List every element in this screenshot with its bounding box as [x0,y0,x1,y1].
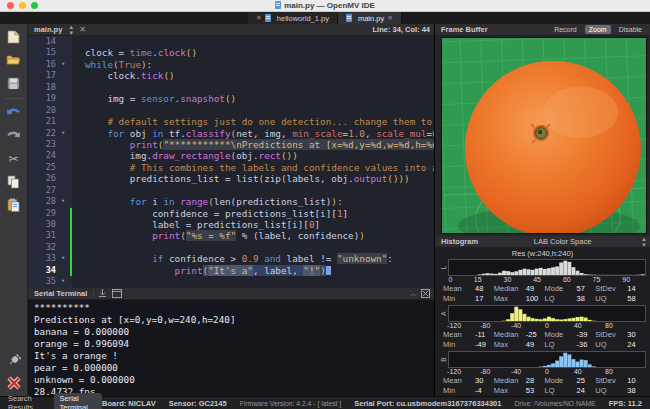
line-number-gutter[interactable]: 23 [28,139,72,150]
color-space-dropdown[interactable]: LAB Color Space [484,237,641,246]
line-number-gutter[interactable]: 21 [28,116,72,127]
right-panel: Frame Buffer Record Zoom Disable [435,24,650,396]
document-icon [265,14,271,22]
fold-spacer [56,219,70,230]
code-line[interactable]: 26 predictions_list = list(zip(labels, o… [28,173,434,184]
code-text: for i in range(len(predictions_list)): [72,196,343,207]
line-number-gutter[interactable]: 14 [28,36,72,47]
line-number-gutter[interactable]: 30 [28,219,72,230]
line-number-gutter[interactable]: 22▾ [28,128,72,139]
fold-arrow-icon[interactable]: ▾ [56,59,70,70]
code-line[interactable]: 17 clock.tick() [28,70,434,81]
cut-icon: ✂ [8,152,18,166]
code-line[interactable]: 21 # default settings just do one detect… [28,116,434,127]
status-item: Sensor: GC2145 [169,399,227,408]
line-number-gutter[interactable]: 19 [28,93,72,104]
code-line[interactable]: 20 [28,105,434,116]
code-line[interactable]: 35▾ [28,276,434,287]
line-number-gutter[interactable]: 18 [28,82,72,93]
line-number-gutter[interactable]: 33▾ [28,253,72,264]
code-line[interactable]: 18 [28,82,434,93]
tab-helloworld[interactable]: ✕ helloworld_1.py [248,12,338,24]
line-number-gutter[interactable]: 20 [28,105,72,116]
status-tab-serial-terminal[interactable]: Serial Terminal [54,393,103,409]
code-line[interactable]: 25 # This combines the labels and confid… [28,162,434,173]
line-number-gutter[interactable]: 26 [28,173,72,184]
code-line[interactable]: 15clock = time.clock() [28,47,434,58]
disable-button[interactable]: Disable [615,25,646,34]
fold-spacer [56,93,70,104]
close-tab-icon[interactable]: ✕ [387,14,393,22]
line-number-gutter[interactable]: 24 [28,150,72,161]
line-number-gutter[interactable]: 32 [28,242,72,253]
zoom-button[interactable]: Zoom [585,25,611,34]
cut-button[interactable]: ✂ [4,149,24,169]
line-number-gutter[interactable]: 16▾ [28,59,72,70]
code-line[interactable]: 33▾ if confidence > 0.9 and label != "un… [28,253,434,264]
code-line[interactable]: 19 img = sensor.snapshot() [28,93,434,104]
code-line[interactable]: 31 print("%s = %f" % (label, confidence)… [28,230,434,241]
fold-arrow-icon[interactable]: ▾ [56,276,70,287]
tab-label: main.py [358,14,384,23]
code-line[interactable]: 16▾while(True): [28,59,434,70]
save-file-button[interactable] [4,73,24,93]
undo-icon [6,107,21,119]
line-number-gutter[interactable]: 34 [28,265,72,276]
connect-button[interactable] [4,350,24,370]
stop-script-button[interactable] [4,373,24,393]
fold-spacer [56,36,70,47]
code-line[interactable]: 29 confidence = predictions_list[i][1] [28,208,434,219]
new-file-button[interactable] [4,27,24,47]
code-line[interactable]: 28▾ for i in range(len(predictions_list)… [28,196,434,207]
chevron-updown-icon[interactable]: ▲▼ [641,236,650,248]
code-line[interactable]: 23 print("***********\nPredictions at [x… [28,139,434,150]
serial-terminal-output[interactable]: **********Predictions at [x=0,y=0,w=240,… [28,300,434,396]
tab-bar: ✕ helloworld_1.py main.py ✕ [0,12,650,24]
close-tab-icon[interactable]: ✕ [256,14,262,22]
left-toolbar: ✂ [0,24,28,396]
line-number-gutter[interactable]: 31 [28,230,72,241]
code-line[interactable]: 30 label = predictions_list[i][0] [28,219,434,230]
fold-arrow-icon[interactable]: ▾ [56,128,70,139]
tab-main[interactable]: main.py ✕ [338,12,402,24]
close-document-icon[interactable]: ✕ [73,25,92,34]
open-file-button[interactable] [4,50,24,70]
fold-arrow-icon[interactable]: ▾ [56,196,70,207]
axis-ticks: -120-80-4004080 [448,368,646,376]
code-line[interactable]: 27 [28,185,434,196]
code-text: while(True): [72,59,152,70]
line-number-gutter[interactable]: 29 [28,208,72,219]
close-panel-icon[interactable] [421,289,430,298]
code-line[interactable]: 22▾ for obj in tf.classify(net, img, min… [28,128,434,139]
terminal-line: banana = 0.000000 [34,326,434,338]
code-text: if confidence > 0.9 and label != "unknow… [72,253,393,264]
frame-buffer-image[interactable] [435,36,650,236]
redo-button[interactable] [4,126,24,146]
terminal-window-icon[interactable] [112,289,122,298]
line-number-gutter[interactable]: 27 [28,185,72,196]
line-number-gutter[interactable]: 28▾ [28,196,72,207]
channel-stats-row: Mean30Median28Mode25StDev10 [439,376,646,386]
code-editor[interactable]: 1415clock = time.clock()16▾while(True):1… [28,36,434,288]
code-line[interactable]: 24 img.draw_rectangle(obj.rect()) [28,150,434,161]
serial-log-icon[interactable] [98,289,107,298]
connect-icon [7,353,21,367]
undo-button[interactable] [4,103,24,123]
fold-spacer [56,185,70,196]
copy-button[interactable] [4,172,24,192]
collapse-panel-icon[interactable]: ︿ [410,289,417,299]
line-number-gutter[interactable]: 17 [28,70,72,81]
open-document-selector[interactable]: main.py [28,25,68,34]
terminal-line: orange = 0.996094 [34,338,434,350]
line-number-gutter[interactable]: 15 [28,47,72,58]
line-number-gutter[interactable]: 25 [28,162,72,173]
code-line[interactable]: 32 [28,242,434,253]
code-line[interactable]: 34 print("It's a", label, "!") [28,265,434,276]
record-button[interactable]: Record [550,25,581,34]
code-line[interactable]: 14 [28,36,434,47]
code-text: # This combines the labels and confidenc… [72,162,434,173]
status-tab-search-results[interactable]: Search Results [2,393,52,409]
fold-arrow-icon[interactable]: ▾ [56,253,70,264]
paste-button[interactable] [4,195,24,215]
line-number-gutter[interactable]: 35▾ [28,276,72,287]
